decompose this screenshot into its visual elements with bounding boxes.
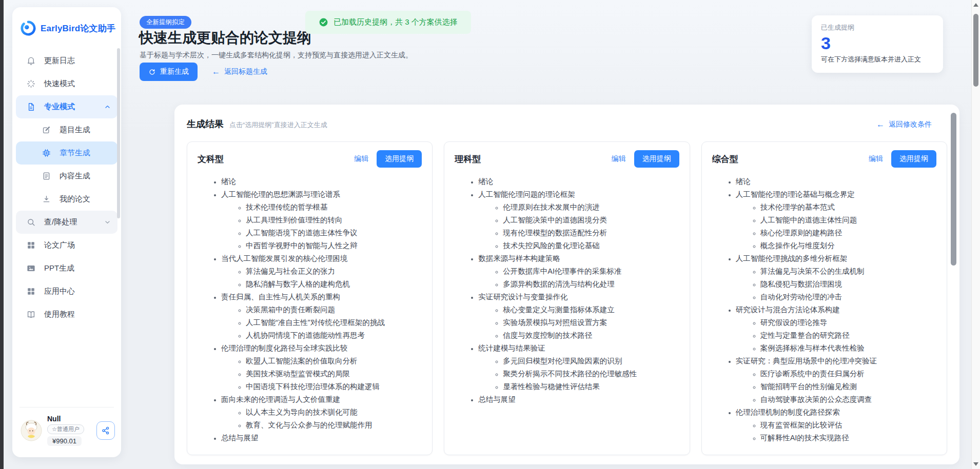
outline-sublist: 决策黑箱中的责任断裂问题人工智能“准自主性”对传统伦理框架的挑战人机协同情境下的… xyxy=(221,303,422,342)
sidebar-item-app-center[interactable]: 应用中心 xyxy=(16,280,117,303)
edit-outline-link[interactable]: 编辑 xyxy=(869,154,883,164)
outline-subitem: 多元回归模型对伦理风险因素的识别 xyxy=(503,355,679,368)
outline-sublist: 欧盟人工智能法案的价值取向分析美国技术驱动型监管模式的局限中国语境下科技伦理治理… xyxy=(221,355,422,393)
file-text-icon xyxy=(26,102,36,112)
outline-list: 绪论人工智能伦理的理论基础与概念界定技术伦理学的基本范式人工智能中的道德主体性问… xyxy=(712,175,936,444)
outline-sublist: 算法偏见与社会正义的张力隐私消解与数字人格的建构危机 xyxy=(221,265,422,291)
outline-subitem: 现有伦理模型的数据适配性分析 xyxy=(503,227,679,239)
outline-subitem: 人工智能中的道德主体性问题 xyxy=(760,214,936,227)
outline-item: 伦理治理机制的制度化路径探索现有监管框架的比较评估可解释性AI的技术实现路径 xyxy=(736,406,936,444)
outline-subitem: 聚类分析揭示不同技术路径的伦理敏感性 xyxy=(503,368,679,380)
scroll-down-icon[interactable] xyxy=(973,462,978,466)
outline-subitem: 算法偏见与决策不公的生成机制 xyxy=(760,265,936,278)
generated-count-card: 已生成提纲 3 可在下方选择满意版本并进入正文 xyxy=(812,15,943,73)
outline-sublist: 公开数据库中AI伦理事件的采集标准多源异构数据的清洗与结构化处理 xyxy=(478,265,679,291)
results-hint: 点击“选用提纲”直接进入正文生成 xyxy=(229,120,327,130)
logo-wave-icon xyxy=(21,21,36,36)
logo-text: EarlyBird论文助手 xyxy=(41,23,115,34)
outline-subitem: 技术伦理传统的哲学根基 xyxy=(246,201,422,214)
outline-subitem: 决策黑箱中的责任断裂问题 xyxy=(246,303,422,316)
back-to-edit-link[interactable]: ← 返回修改条件 xyxy=(876,120,932,129)
outline-subitem: 概念操作化与维度划分 xyxy=(760,239,936,252)
sidebar-item-label: 快速模式 xyxy=(44,79,75,89)
outline-item: 人工智能伦理挑战的多维分析框架算法偏见与决策不公的生成机制隐私侵犯与数据治理困境… xyxy=(736,252,936,303)
outline-sublist: 技术伦理学的基本范式人工智能中的道德主体性问题核心伦理原则的建构路径概念操作化与… xyxy=(736,201,936,252)
sidebar-item-ppt-gen[interactable]: PPT生成 xyxy=(16,257,117,280)
share-button[interactable] xyxy=(96,421,115,440)
window-scrollbar-thumb[interactable] xyxy=(973,14,978,87)
select-outline-button[interactable]: 选用提纲 xyxy=(377,150,422,168)
edit-icon xyxy=(42,125,51,135)
grid-icon xyxy=(26,287,36,296)
sidebar-item-tutorial[interactable]: 使用教程 xyxy=(16,303,117,326)
sidebar-item-check-reduce[interactable]: 查/降处理 xyxy=(16,211,117,234)
outline-card-title: 理科型 xyxy=(455,153,481,165)
results-title: 生成结果 xyxy=(187,118,224,130)
sidebar-item-update-log[interactable]: 更新日志 xyxy=(16,49,117,72)
outline-subitem: 算法偏见与社会正义的张力 xyxy=(246,265,422,278)
back-to-title-link[interactable]: ← 返回标题生成 xyxy=(212,67,267,76)
stat-label: 已生成提纲 xyxy=(821,23,934,32)
sidebar-scrollbar[interactable] xyxy=(117,48,120,218)
outline-card-comprehensive: 综合型编辑选用提纲绪论人工智能伦理的理论基础与概念界定技术伦理学的基本范式人工智… xyxy=(701,141,947,455)
mode-badge: 全新提纲拟定 xyxy=(140,16,191,29)
window-scrollbar[interactable] xyxy=(971,0,980,469)
stat-caption: 可在下方选择满意版本并进入正文 xyxy=(821,55,934,64)
arrow-left-icon: ← xyxy=(876,120,885,129)
outline-sublist: 现有监管框架的比较评估可解释性AI的技术实现路径 xyxy=(736,419,936,444)
outline-subitem: 美国技术驱动型监管模式的局限 xyxy=(246,368,422,380)
outline-item: 数据来源与样本构建策略公开数据库中AI伦理事件的采集标准多源异构数据的清洗与结构… xyxy=(478,252,679,291)
sidebar-item-label: 章节生成 xyxy=(60,148,90,158)
sidebar-item-quick-mode[interactable]: 快速模式 xyxy=(16,72,117,95)
outline-item: 实证研究设计与变量操作化核心变量定义与测量指标体系建立实验场景模拟与对照组设置方… xyxy=(478,291,679,342)
sidebar-item-pro-mode[interactable]: 专业模式 xyxy=(16,95,117,118)
sidebar-item-label: 论文广场 xyxy=(44,240,75,250)
outline-subitem: 隐私侵犯与数据治理困境 xyxy=(760,278,936,291)
back-to-title-label: 返回标题生成 xyxy=(224,67,267,76)
sidebar-spacer xyxy=(12,326,121,407)
outline-subitem: 信度与效度控制的技术路径 xyxy=(503,329,679,342)
chevron-down-icon xyxy=(104,218,111,226)
outline-sublist: 研究假设的理论推导定性与定量整合的研究路径案例选择标准与样本代表性检验 xyxy=(736,316,936,355)
user-info: Null ☆普通用户 ¥990.01 xyxy=(47,415,84,446)
outline-item: 绪论 xyxy=(736,175,936,188)
outline-subitem: 核心变量定义与测量指标体系建立 xyxy=(503,303,679,316)
outline-item: 研究设计与混合方法论体系构建研究假设的理论推导定性与定量整合的研究路径案例选择标… xyxy=(736,303,936,355)
panel-scrollbar[interactable] xyxy=(951,113,956,266)
outline-subitem: 显著性检验与稳健性评估结果 xyxy=(503,380,679,393)
outline-item: 人工智能伦理的理论基础与概念界定技术伦理学的基本范式人工智能中的道德主体性问题核… xyxy=(736,188,936,252)
outline-sublist: 以人本主义为导向的技术驯化可能教育、文化与公众参与的伦理赋能作用 xyxy=(221,406,422,432)
sidebar-item-label: 专业模式 xyxy=(44,102,75,112)
share-icon xyxy=(101,426,110,435)
outline-subitem: 技术失控风险的量化理论基础 xyxy=(503,239,679,252)
avatar[interactable] xyxy=(21,420,42,441)
back-to-edit-label: 返回修改条件 xyxy=(889,120,932,129)
outline-card-header: 综合型编辑选用提纲 xyxy=(712,150,936,168)
chevron-up-icon xyxy=(104,103,111,111)
edit-outline-link[interactable]: 编辑 xyxy=(354,154,368,164)
outline-subitem: 人工智能决策中的道德困境分类 xyxy=(503,214,679,227)
outline-sublist: 技术伦理传统的哲学根基从工具理性到价值理性的转向人工智能语境下的道德主体性争议中… xyxy=(221,201,422,252)
edit-outline-link[interactable]: 编辑 xyxy=(612,154,626,164)
sidebar-item-paper-plaza[interactable]: 论文广场 xyxy=(16,234,117,257)
outline-sublist: 核心变量定义与测量指标体系建立实验场景模拟与对照组设置方案信度与效度控制的技术路… xyxy=(478,303,679,342)
success-toast: 已加载历史提纲，共 3 个方案供选择 xyxy=(305,11,471,34)
outline-item: 伦理治理的制度化路径与全球实践比较欧盟人工智能法案的价值取向分析美国技术驱动型监… xyxy=(221,342,422,393)
sidebar-item-content-gen[interactable]: 内容生成 xyxy=(16,165,117,188)
sidebar-item-label: 题目生成 xyxy=(60,125,90,135)
sidebar-item-my-papers[interactable]: 我的论文 xyxy=(16,188,117,211)
scroll-up-icon[interactable] xyxy=(973,3,978,7)
window-left-edge xyxy=(0,0,4,469)
outline-item: 人工智能伦理问题的理论框架伦理原则在技术发展中的演进人工智能决策中的道德困境分类… xyxy=(478,188,679,252)
app-window: EarlyBird论文助手 更新日志快速模式专业模式题目生成章节生成内容生成我的… xyxy=(0,0,980,469)
check-circle-icon xyxy=(319,17,328,27)
outline-subitem: 隐私消解与数字人格的建构危机 xyxy=(246,278,422,291)
logo[interactable]: EarlyBird论文助手 xyxy=(12,7,121,42)
select-outline-button[interactable]: 选用提纲 xyxy=(634,150,679,168)
select-outline-button[interactable]: 选用提纲 xyxy=(891,150,936,168)
outline-subitem: 中国语境下科技伦理治理体系的构建逻辑 xyxy=(246,380,422,393)
sidebar-item-title-gen[interactable]: 题目生成 xyxy=(16,118,117,141)
outline-card-title: 综合型 xyxy=(712,153,738,165)
sidebar-item-chapter-gen[interactable]: 章节生成 xyxy=(16,141,117,165)
regenerate-button[interactable]: 重新生成 xyxy=(140,63,198,81)
